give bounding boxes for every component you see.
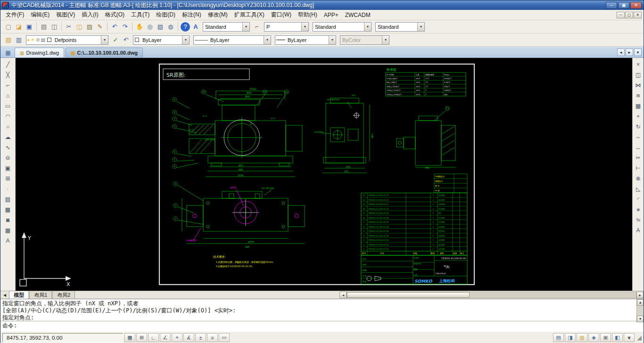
workspace-icon[interactable]: ◈ [588,333,599,342]
menu-ZWCADM[interactable]: ZWCADM [342,10,374,20]
polar-icon[interactable]: ∠ [160,333,171,342]
chevron-down-icon[interactable]: ▼ [242,23,249,31]
scroll-left-icon[interactable]: ◄ [339,292,347,298]
stretch-tool[interactable]: ↔ [633,142,644,153]
layout-tab-布局1[interactable]: 布局1 [29,291,52,299]
annotation-scale-icon[interactable]: ▤ [553,333,564,342]
model-space-icon[interactable]: ▭ [219,333,230,342]
menu-扩展工具(X)[interactable]: 扩展工具(X) [231,9,268,20]
linetype-combo[interactable]: ——— ByLayer ▼ [193,35,271,45]
insert-block-tool[interactable]: ▣ [3,163,13,173]
grid-icon[interactable]: ⊞ [136,333,147,342]
chevron-down-icon[interactable]: ▼ [329,36,336,44]
menu-视图(V)[interactable]: 视图(V) [53,9,78,20]
table-style-combo[interactable]: Standard ▼ [375,22,425,32]
command-scrollbar[interactable]: ▲ ▼ [636,299,644,322]
scroll-right-icon[interactable]: ► [636,292,644,298]
menu-工具(T)[interactable]: 工具(T) [128,9,153,20]
redo-icon[interactable]: ↷ [120,22,130,32]
status-menu-icon[interactable]: ▼ [624,333,635,342]
line-tool[interactable]: ╱ [3,59,13,70]
menu-标注(N)[interactable]: 标注(N) [179,9,205,20]
layer-combo[interactable]: ●☀⊘▤ Defpoints ▼ [26,35,108,45]
text-tool[interactable]: Te [633,215,644,225]
undo-icon[interactable]: ↶ [110,22,119,32]
explode-tool[interactable]: ∗ [633,204,644,215]
make-block-tool[interactable]: ⊞ [3,173,13,184]
lineweight-combo[interactable]: —— ByLayer ▼ [275,35,336,45]
chevron-down-icon[interactable]: ▼ [182,36,189,44]
save-icon[interactable]: ▣ [25,22,34,32]
scroll-up-icon[interactable]: ▲ [637,299,644,306]
tab-scroll-right-icon[interactable]: ► [626,49,633,56]
zoom-previous-icon[interactable]: ◍ [166,22,175,32]
chevron-down-icon[interactable]: ▼ [301,23,308,31]
menu-插入(I)[interactable]: 插入(I) [78,9,101,20]
tab-scroll-left-icon[interactable]: ◄ [617,49,625,56]
cut-icon[interactable]: ✂ [64,22,74,32]
mtext-tool[interactable]: A [3,236,13,246]
text-style-combo[interactable]: Standard ▼ [203,22,250,32]
menu-文件(F)[interactable]: 文件(F) [2,9,27,20]
chevron-down-icon[interactable]: ▼ [101,36,108,44]
ellipse-tool[interactable]: ⊖ [3,153,13,163]
layout-nav-icon[interactable]: ◀ [3,293,6,297]
mdi-close-button[interactable]: ✕ [634,12,642,18]
revision-cloud-tool[interactable]: ☁ [3,132,13,142]
fillet-tool[interactable]: ◜ [633,194,644,204]
text-style-icon[interactable]: A [191,22,200,32]
gradient-tool[interactable]: ▩ [3,204,13,215]
paste-icon[interactable]: ▨ [85,22,94,32]
previous-layer-icon[interactable]: ↶ [121,35,131,45]
mtext-tool-2[interactable]: A [633,225,644,236]
help-icon[interactable]: ? [181,22,190,32]
layout-tab-模型[interactable]: 模型 [9,291,29,299]
minimize-button[interactable]: ─ [606,2,617,9]
layout-tab-布局2[interactable]: 布局2 [52,291,75,299]
trim-tool[interactable]: ✂ [633,153,644,163]
dyn-icon[interactable]: ± [195,333,206,342]
construction-line-tool[interactable]: ╳ [3,70,13,80]
doc-tab[interactable]: ▦C:\...10.10.100.01.00.dwg [66,48,143,57]
app-icon[interactable] [2,2,9,8]
preview-icon[interactable]: ◫ [50,22,59,32]
tab-list-icon[interactable]: ▦ [3,48,13,57]
dim-style-icon[interactable]: ⌐ [252,22,262,32]
menu-格式(O)[interactable]: 格式(O) [102,9,128,20]
otrack-icon[interactable]: ∡ [183,333,194,342]
mirror-tool[interactable]: ⋈ [633,80,644,90]
rotate-tool[interactable]: ↻ [633,122,644,132]
tab-menu-icon[interactable]: ▼ [634,49,642,56]
resize-grip[interactable]: ◢ [637,334,642,341]
hatch-tool[interactable]: ▨ [3,194,13,204]
make-layer-current-icon[interactable]: ✓ [111,35,120,45]
point-style-combo[interactable]: P ▼ [264,22,309,32]
circle-tool[interactable]: ○ [3,122,13,132]
menu-窗口(W)[interactable]: 窗口(W) [268,9,295,20]
menu-绘图(D)[interactable]: 绘图(D) [153,9,179,20]
auto-annotate-icon[interactable]: ▥ [577,333,587,342]
drawing-canvas[interactable]: SR原图: [16,58,632,291]
polyline-tool[interactable]: ⌐ [3,80,13,90]
break-tool[interactable]: ⊗ [633,173,644,184]
arc-tool[interactable]: ◠ [3,111,13,122]
mdi-restore-button[interactable]: ▢ [625,12,633,18]
matchprop-icon[interactable]: ✎ [95,22,105,32]
offset-tool[interactable]: ≋ [633,90,644,101]
scale-tool[interactable]: ⇔ [633,132,644,142]
osnap-icon[interactable]: ⌖ [172,333,182,342]
lineweight-icon[interactable]: ≡ [207,333,218,342]
spline-tool[interactable]: ∿ [3,142,13,153]
layer-states-icon[interactable]: ▥ [14,35,24,45]
ortho-icon[interactable]: ∟ [148,333,159,342]
chevron-down-icon[interactable]: ▼ [417,23,424,31]
copy-icon[interactable]: ◫ [74,22,84,32]
chevron-down-icon[interactable]: ▼ [264,36,271,44]
command-window[interactable]: 指定窗口的角点，输入比例因子 (nX 或 nXP)，或者[全部(A)/中心(C)… [0,299,644,331]
new-icon[interactable]: ▢ [4,22,13,32]
move-tool[interactable]: + [633,111,644,122]
menu-修改(M)[interactable]: 修改(M) [205,9,231,20]
open-icon[interactable]: ◪ [14,22,24,32]
chamfer-tool[interactable]: ◺ [633,184,644,194]
snap-icon[interactable]: ▦ [124,333,135,342]
